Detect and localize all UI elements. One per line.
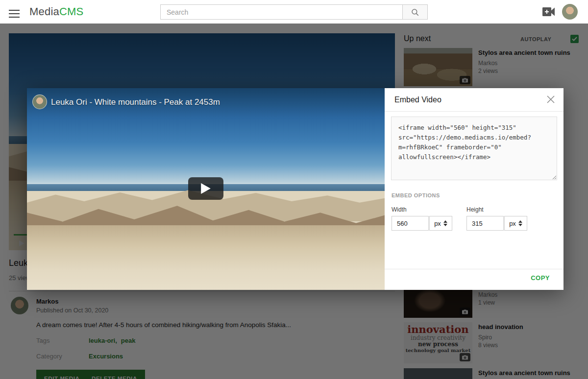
copy-button[interactable]: COPY: [531, 274, 550, 282]
search-input[interactable]: [160, 4, 402, 20]
modal-title: Embed Video: [394, 95, 441, 104]
height-label: Height: [466, 206, 484, 213]
width-input[interactable]: [392, 216, 429, 231]
search-bar: [160, 4, 428, 20]
upload-video-icon[interactable]: [542, 6, 555, 17]
search-button[interactable]: [402, 4, 428, 20]
spinner-icon: [443, 220, 447, 226]
logo-text-cms: CMS: [59, 5, 84, 18]
embed-options-label: EMBED OPTIONS: [392, 192, 440, 198]
search-icon: [411, 8, 419, 17]
big-play-button[interactable]: [188, 177, 223, 200]
embed-code-textarea[interactable]: <iframe width="560" height="315" src="ht…: [391, 117, 557, 180]
height-unit-select[interactable]: px: [504, 216, 527, 231]
mediacms-app: MediaCMS Leuka: [0, 0, 588, 379]
preview-video-title[interactable]: Leuka Ori - White mountains - Peak at 24…: [51, 97, 220, 107]
hamburger-menu-icon[interactable]: [9, 7, 20, 16]
width-label: Width: [392, 206, 407, 213]
user-avatar[interactable]: [562, 4, 578, 20]
divider: [385, 111, 564, 112]
height-unit-value: px: [509, 220, 516, 227]
mediacms-logo[interactable]: MediaCMS: [29, 5, 83, 18]
logo-text-media: Media: [29, 5, 59, 18]
spinner-icon: [518, 220, 522, 226]
preview-ground: [27, 225, 385, 290]
height-input[interactable]: [466, 216, 504, 231]
embed-video-modal: Leuka Ori - White mountains - Peak at 24…: [27, 88, 564, 290]
width-unit-value: px: [434, 220, 441, 227]
close-icon[interactable]: [546, 95, 556, 104]
preview-author-avatar[interactable]: [32, 95, 47, 109]
top-navbar: MediaCMS: [0, 0, 588, 24]
embed-preview-player[interactable]: Leuka Ori - White mountains - Peak at 24…: [27, 88, 385, 290]
width-unit-select[interactable]: px: [429, 216, 452, 231]
play-icon: [200, 183, 211, 194]
embed-options-panel: Embed Video <iframe width="560" height="…: [385, 88, 564, 290]
divider: [385, 269, 564, 269]
